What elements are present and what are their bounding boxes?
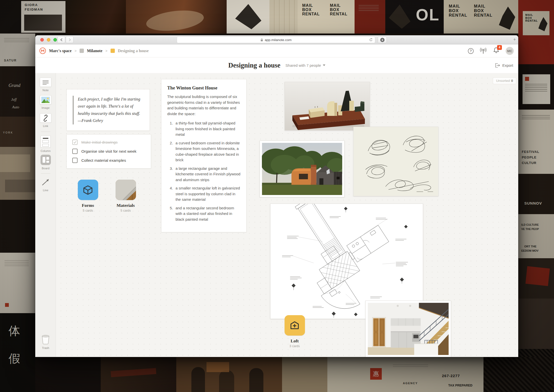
- tool-note[interactable]: Note: [35, 78, 56, 92]
- quote-card[interactable]: Each project, I suffer like I'm starting…: [66, 89, 150, 131]
- tool-label: Note: [43, 89, 49, 92]
- breadcrumb-milanote[interactable]: Milanote: [87, 49, 102, 53]
- unsorted-label: Unsorted: [496, 79, 510, 83]
- board-count: 3 cards: [290, 344, 300, 348]
- todo-label: Make initial drawings: [81, 140, 118, 145]
- tool-sidebar: Note Image: [35, 73, 56, 357]
- tool-label: Board: [42, 167, 50, 170]
- breadcrumb-current-board[interactable]: Designing a house: [118, 49, 149, 53]
- checkbox-unchecked[interactable]: [72, 149, 78, 154]
- reload-button[interactable]: [369, 38, 373, 43]
- tool-board[interactable]: Board: [35, 155, 56, 170]
- chevron-left-icon: [60, 38, 63, 42]
- new-tab-button[interactable]: +: [513, 37, 516, 42]
- line-arrow-icon: [41, 177, 51, 187]
- note-list: a thirty-five foot tall pyramid-shaped l…: [167, 120, 240, 222]
- tool-image[interactable]: Image: [35, 95, 56, 109]
- header-actions: ? 4 MC: [468, 44, 514, 57]
- trash-tool[interactable]: Trash: [35, 334, 56, 349]
- tool-column[interactable]: Column: [35, 136, 56, 152]
- board-item-loft[interactable]: Loft 3 cards: [274, 315, 315, 348]
- shared-with-button[interactable]: Shared with 7 people: [286, 63, 325, 68]
- board-item-materials[interactable]: Materials 5 cards: [106, 180, 146, 212]
- quote-attribution: —Frank Gehry: [78, 117, 144, 124]
- board-icon: [41, 155, 51, 165]
- app-header: Marc's space > Milanote > Designing a ho…: [35, 44, 518, 57]
- note-list-item: and a rectangular second bedroom with a …: [174, 205, 240, 222]
- note-list-item: a curved bedroom covered in dolomite lim…: [174, 140, 240, 163]
- tool-link[interactable]: Link: [35, 113, 56, 127]
- downloads-button[interactable]: [378, 37, 387, 43]
- broadcast-icon[interactable]: [480, 47, 487, 55]
- browser-toolbar: app.milanote.com +: [35, 35, 518, 44]
- rail-divider: [41, 132, 50, 132]
- lock-icon: [260, 38, 263, 42]
- breadcrumb-separator: >: [75, 49, 77, 53]
- reload-icon: [369, 38, 373, 42]
- export-label: Export: [502, 63, 513, 68]
- checkbox-unchecked[interactable]: [72, 158, 78, 163]
- todo-label: Collect material examples: [81, 158, 126, 163]
- zoom-window-button[interactable]: [53, 38, 57, 42]
- trash-icon: [41, 334, 50, 345]
- todo-label: Organise site visit for next week: [81, 149, 136, 154]
- breadcrumb-workspace[interactable]: Marc's space: [49, 49, 72, 53]
- note-icon: [40, 78, 51, 87]
- tool-label: Line: [43, 189, 48, 192]
- board-item-forms[interactable]: Forms 5 cards: [68, 180, 108, 212]
- shared-with-label: Shared with 7 people: [286, 63, 321, 68]
- rail-divider: [41, 173, 50, 174]
- checkbox-checked[interactable]: [72, 140, 78, 145]
- materials-board-tile: [116, 180, 136, 200]
- notifications-button[interactable]: 4: [493, 47, 500, 55]
- todo-item: Make initial drawings: [72, 140, 145, 145]
- back-button[interactable]: [57, 36, 65, 43]
- note-list-item: a thirty-five foot tall pyramid-shaped l…: [174, 120, 240, 138]
- image-card-interior[interactable]: [365, 301, 451, 357]
- note-list-item: a smaller rectangular loft in galvanized…: [174, 185, 240, 203]
- todo-item: Organise site visit for next week: [72, 149, 145, 154]
- forward-button[interactable]: [66, 36, 74, 43]
- milanote-logo-icon[interactable]: [39, 47, 46, 54]
- avatar[interactable]: MC: [506, 47, 514, 55]
- close-window-button[interactable]: [40, 38, 44, 42]
- board-count: 5 cards: [121, 209, 131, 212]
- unsorted-count: 0: [511, 79, 513, 83]
- note-card[interactable]: The Winton Guest House The sculptural bu…: [161, 79, 247, 232]
- minimize-window-button[interactable]: [47, 38, 50, 42]
- browser-window: app.milanote.com + Marc's space >: [35, 35, 518, 357]
- materials-photo: [116, 180, 136, 200]
- notification-badge: 4: [497, 45, 502, 50]
- todo-card[interactable]: Make initial drawings Organise site visi…: [66, 134, 151, 169]
- note-intro: The sculptural building is composed of s…: [167, 94, 240, 117]
- image-card-sketch[interactable]: [353, 127, 438, 196]
- image-card-house[interactable]: [260, 141, 344, 197]
- help-button[interactable]: ?: [468, 48, 474, 54]
- image-card-model[interactable]: [285, 82, 370, 130]
- quote-text: Each project, I suffer like I'm starting…: [78, 97, 140, 116]
- url-text: app.milanote.com: [265, 38, 292, 42]
- download-icon: [380, 38, 385, 42]
- tool-label: Image: [42, 106, 50, 109]
- chevron-right-icon: [68, 38, 71, 42]
- export-button[interactable]: Export: [494, 62, 513, 68]
- board-canvas[interactable]: Unsorted0 Each project, I suffer like I'…: [56, 73, 518, 357]
- breadcrumb: Marc's space > Milanote > Designing a ho…: [39, 47, 149, 54]
- tool-label: Trash: [42, 346, 49, 349]
- address-bar[interactable]: app.milanote.com: [177, 37, 375, 43]
- unsorted-badge[interactable]: Unsorted0: [493, 77, 516, 84]
- cube-icon: [82, 184, 94, 196]
- loft-board-tile: [285, 315, 305, 336]
- page-title[interactable]: Designing a house: [228, 61, 281, 69]
- note-list-item: a large rectangular garage and kitchenet…: [174, 166, 240, 183]
- board-yellow-icon: [111, 49, 115, 53]
- board-label: Loft: [291, 338, 299, 344]
- forms-board-tile: [78, 180, 98, 200]
- tool-line[interactable]: Line: [35, 177, 56, 192]
- chevron-down-icon: [323, 64, 325, 66]
- tool-label: Link: [43, 124, 48, 127]
- export-icon: [494, 62, 500, 68]
- tool-label: Column: [41, 149, 51, 152]
- note-title: The Winton Guest House: [167, 85, 240, 91]
- board-count: 5 cards: [83, 209, 93, 212]
